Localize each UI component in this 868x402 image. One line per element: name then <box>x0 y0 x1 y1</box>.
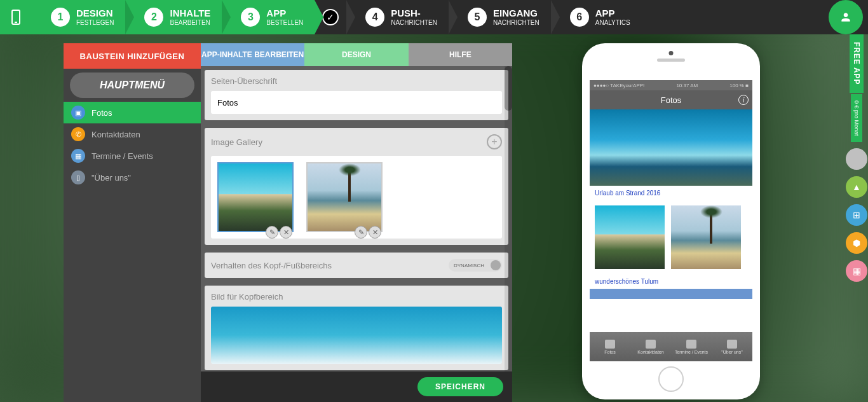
phone-preview: ●●●●○ TAKEyourAPP! 10:37 AM 100 % ■ Foto… <box>582 43 760 402</box>
add-block-button[interactable]: BAUSTEIN HINZUFÜGEN <box>64 43 201 69</box>
app-tabbar: Fotos Kontaktdaten Termine / Events "Übe… <box>590 332 752 361</box>
delete-thumb-button[interactable]: ✕ <box>280 226 292 239</box>
step-5-eingang[interactable]: 5 EINGANGNACHRICHTEN <box>449 0 551 34</box>
sidebar-item-ueber-uns[interactable]: ▯ "Über uns" <box>64 167 201 188</box>
top-nav: 1 DESIGNFESTLEGEN 2 INHALTEBEARBEITEN 3 … <box>0 0 868 34</box>
tabbar-item[interactable]: "Über uns" <box>712 332 752 361</box>
gallery-grid: ✎ ✕ ✎ ✕ <box>211 156 502 239</box>
main-menu-header: HAUPTMENÜ <box>70 73 194 98</box>
status-bar: ●●●●○ TAKEyourAPP! 10:37 AM 100 % ■ <box>590 80 752 90</box>
step-number: 4 <box>365 8 384 27</box>
tab-design[interactable]: DESIGN <box>304 43 408 66</box>
delete-thumb-button[interactable]: ✕ <box>369 226 381 239</box>
hero-image <box>590 109 752 186</box>
sidebar-item-label: Fotos <box>92 108 112 118</box>
editor-footer: SPEICHERN <box>201 371 512 402</box>
html5-icon[interactable]: ⬢ <box>846 232 867 254</box>
tab-help[interactable]: HILFE <box>409 43 512 66</box>
add-image-button[interactable]: + <box>487 134 502 149</box>
preview-thumb[interactable] <box>595 205 665 269</box>
scrollbar-thumb[interactable] <box>505 66 512 111</box>
tabbar-item[interactable]: Fotos <box>590 332 630 361</box>
sidebar: BAUSTEIN HINZUFÜGEN HAUPTMENÜ ▣ Fotos ✆ … <box>64 43 201 402</box>
phone-speaker <box>657 59 685 62</box>
right-rail: FREE APP 0 € pro Monat ▲ ⊞ ⬢ ▦ <box>845 34 868 282</box>
sidebar-item-label: "Über uns" <box>92 173 131 183</box>
panel-behavior: Verhalten des Kopf-/Fußbereichs DYNAMISC… <box>205 253 508 278</box>
tabbar-item[interactable]: Termine / Events <box>671 332 712 361</box>
windows-icon[interactable]: ⊞ <box>846 204 867 226</box>
sidebar-item-label: Termine / Events <box>92 151 153 161</box>
tab-content[interactable]: APP-INHALTE BEARBEITEN <box>201 43 304 66</box>
user-menu-button[interactable] <box>829 0 863 34</box>
step-2-inhalte[interactable]: 2 INHALTEBEARBEITEN <box>125 0 222 34</box>
free-app-badge[interactable]: FREE APP <box>850 34 864 93</box>
step-number: 2 <box>144 8 163 27</box>
panel-gallery: Image Gallery + ✎ ✕ <box>205 128 508 245</box>
preview-thumb[interactable] <box>671 205 741 269</box>
preview-thumbs <box>590 200 752 274</box>
edit-thumb-button[interactable]: ✎ <box>266 226 278 239</box>
gallery-thumb[interactable]: ✎ ✕ <box>306 162 383 232</box>
behavior-toggle[interactable]: DYNAMISCH <box>449 259 502 272</box>
phone-icon: ✆ <box>71 127 85 141</box>
step-number: 1 <box>51 8 70 27</box>
edit-thumb-button[interactable]: ✎ <box>355 226 367 239</box>
sidebar-item-label: Kontaktdaten <box>92 130 140 139</box>
phone-icon <box>11 10 20 25</box>
step-number: 6 <box>570 8 589 27</box>
calendar-icon <box>686 340 696 349</box>
qr-icon[interactable]: ▦ <box>846 260 867 282</box>
calendar-icon: ▦ <box>71 149 85 163</box>
phone-screen: ●●●●○ TAKEyourAPP! 10:37 AM 100 % ■ Foto… <box>590 80 752 361</box>
building-icon: ▯ <box>71 170 85 184</box>
app-title: Fotos <box>661 95 682 105</box>
panel-heading: Seiten-Überschrift <box>205 70 508 120</box>
user-icon <box>839 11 852 24</box>
building-icon <box>727 340 737 349</box>
step-4-push[interactable]: 4 PUSH-NACHRICHTEN <box>346 0 449 34</box>
apple-icon[interactable] <box>846 148 867 170</box>
phone-icon <box>646 340 656 349</box>
editor-body[interactable]: Seiten-Überschrift Image Gallery + ✎ ✕ <box>201 66 512 371</box>
editor-tabs: APP-INHALTE BEARBEITEN DESIGN HILFE <box>201 43 512 66</box>
info-icon[interactable]: i <box>738 95 749 105</box>
step-3-app[interactable]: 3 APPBESTELLEN <box>222 0 315 34</box>
thumb-image: ✎ ✕ <box>306 162 383 232</box>
step-number: 5 <box>468 8 487 27</box>
home-button[interactable] <box>658 366 684 392</box>
heading-input[interactable] <box>211 91 502 114</box>
gallery-label: Image Gallery <box>211 137 262 147</box>
save-button[interactable]: SPEICHERN <box>417 377 503 396</box>
caption: wunderschönes Tulum <box>590 274 752 289</box>
android-icon[interactable]: ▲ <box>846 176 867 198</box>
logo-phone[interactable] <box>0 0 32 34</box>
sidebar-item-kontaktdaten[interactable]: ✆ Kontaktdaten <box>64 123 201 145</box>
step-checkmark: ✓ <box>315 0 346 34</box>
wizard-steps: 1 DESIGNFESTLEGEN 2 INHALTEBEARBEITEN 3 … <box>32 0 829 34</box>
step-number: 3 <box>241 8 260 27</box>
step-1-design[interactable]: 1 DESIGNFESTLEGEN <box>32 0 125 34</box>
photo-icon <box>605 340 615 349</box>
editor-panel: APP-INHALTE BEARBEITEN DESIGN HILFE Seit… <box>201 43 512 402</box>
sidebar-item-fotos[interactable]: ▣ Fotos <box>64 102 201 123</box>
thumb-image: ✎ ✕ <box>217 162 294 232</box>
price-badge[interactable]: 0 € pro Monat <box>851 94 862 142</box>
step-6-analytics[interactable]: 6 APPANALYTICS <box>551 0 642 34</box>
gallery-thumb[interactable]: ✎ ✕ <box>217 162 294 232</box>
preview-divider <box>590 289 752 299</box>
sidebar-item-termine[interactable]: ▦ Termine / Events <box>64 145 201 167</box>
phone-camera <box>669 51 674 55</box>
heading-label: Seiten-Überschrift <box>211 76 502 86</box>
header-image-preview[interactable] <box>211 307 502 364</box>
scrollbar[interactable] <box>505 66 512 371</box>
behavior-label: Verhalten des Kopf-/Fußbereichs <box>211 261 332 270</box>
panel-header-image: Bild für Kopfbereich <box>205 286 508 370</box>
caption: Urlaub am Strand 2016 <box>590 186 752 200</box>
app-header: Fotos i <box>590 90 752 109</box>
tabbar-item[interactable]: Kontaktdaten <box>630 332 671 361</box>
header-img-label: Bild für Kopfbereich <box>211 292 502 302</box>
photo-icon: ▣ <box>71 106 85 120</box>
check-icon: ✓ <box>322 9 339 25</box>
